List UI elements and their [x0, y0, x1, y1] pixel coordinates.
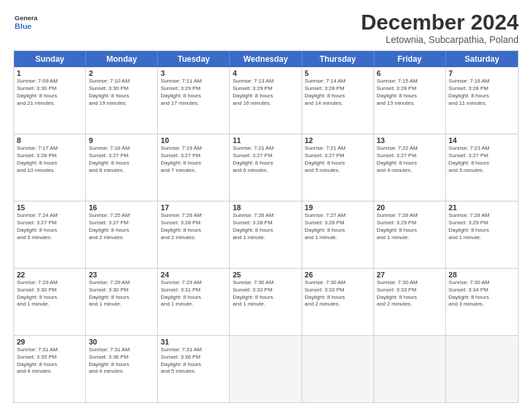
cell-info: Sunrise: 7:11 AM Sunset: 3:29 PM Dayligh… — [161, 78, 226, 107]
day-number: 21 — [449, 203, 515, 212]
header-thursday: Thursday — [302, 51, 374, 67]
cell-info: Sunrise: 7:30 AM Sunset: 3:33 PM Dayligh… — [377, 279, 443, 308]
header-saturday: Saturday — [446, 51, 518, 67]
calendar-cell: 22Sunrise: 7:29 AM Sunset: 3:30 PM Dayli… — [14, 269, 86, 335]
cell-info: Sunrise: 7:29 AM Sunset: 3:30 PM Dayligh… — [89, 279, 154, 308]
day-number: 28 — [449, 271, 515, 279]
cell-info: Sunrise: 7:19 AM Sunset: 3:27 PM Dayligh… — [161, 145, 226, 174]
calendar-cell: 19Sunrise: 7:27 AM Sunset: 3:28 PM Dayli… — [302, 201, 374, 268]
header-friday: Friday — [374, 51, 446, 67]
cell-info: Sunrise: 7:30 AM Sunset: 3:32 PM Dayligh… — [305, 279, 371, 308]
day-number: 12 — [305, 136, 371, 144]
svg-text:General: General — [15, 14, 38, 21]
day-number: 2 — [89, 69, 154, 77]
day-number: 31 — [161, 338, 226, 346]
calendar-cell: 1Sunrise: 7:09 AM Sunset: 3:30 PM Daylig… — [14, 67, 86, 134]
calendar-cell — [374, 336, 446, 402]
calendar-cell: 25Sunrise: 7:30 AM Sunset: 3:32 PM Dayli… — [230, 269, 302, 335]
day-number: 10 — [161, 136, 226, 144]
cell-info: Sunrise: 7:13 AM Sunset: 3:29 PM Dayligh… — [232, 78, 298, 107]
cell-info: Sunrise: 7:30 AM Sunset: 3:34 PM Dayligh… — [449, 279, 515, 308]
day-number: 22 — [17, 271, 83, 279]
day-number: 6 — [377, 69, 443, 77]
svg-text:Blue: Blue — [15, 21, 32, 30]
day-number: 15 — [17, 203, 83, 212]
header-tuesday: Tuesday — [158, 51, 230, 67]
calendar-cell: 24Sunrise: 7:29 AM Sunset: 3:31 PM Dayli… — [158, 269, 230, 335]
cell-info: Sunrise: 7:10 AM Sunset: 3:30 PM Dayligh… — [89, 78, 154, 107]
cell-info: Sunrise: 7:31 AM Sunset: 3:35 PM Dayligh… — [17, 347, 83, 375]
calendar-cell: 3Sunrise: 7:11 AM Sunset: 3:29 PM Daylig… — [158, 67, 230, 134]
calendar-cell: 15Sunrise: 7:24 AM Sunset: 3:27 PM Dayli… — [14, 201, 86, 268]
cell-info: Sunrise: 7:27 AM Sunset: 3:28 PM Dayligh… — [305, 212, 371, 241]
day-number: 18 — [232, 203, 298, 212]
cell-info: Sunrise: 7:26 AM Sunset: 3:28 PM Dayligh… — [161, 212, 226, 241]
calendar-cell: 28Sunrise: 7:30 AM Sunset: 3:34 PM Dayli… — [446, 269, 518, 335]
calendar-cell: 12Sunrise: 7:21 AM Sunset: 3:27 PM Dayli… — [302, 134, 374, 201]
calendar-header: Sunday Monday Tuesday Wednesday Thursday… — [14, 51, 518, 67]
cell-info: Sunrise: 7:14 AM Sunset: 3:28 PM Dayligh… — [305, 78, 371, 107]
calendar-cell: 26Sunrise: 7:30 AM Sunset: 3:32 PM Dayli… — [302, 269, 374, 335]
calendar: Sunday Monday Tuesday Wednesday Thursday… — [13, 50, 519, 403]
day-number: 25 — [232, 271, 298, 279]
calendar-cell: 29Sunrise: 7:31 AM Sunset: 3:35 PM Dayli… — [14, 336, 86, 402]
day-number: 3 — [161, 69, 226, 77]
calendar-cell: 4Sunrise: 7:13 AM Sunset: 3:29 PM Daylig… — [230, 67, 302, 134]
calendar-cell: 20Sunrise: 7:28 AM Sunset: 3:29 PM Dayli… — [374, 201, 446, 268]
calendar-cell: 30Sunrise: 7:31 AM Sunset: 3:36 PM Dayli… — [86, 336, 158, 402]
day-number: 16 — [89, 203, 154, 212]
logo: General Blue — [13, 11, 38, 35]
day-number: 14 — [449, 136, 515, 144]
cell-info: Sunrise: 7:17 AM Sunset: 3:28 PM Dayligh… — [17, 145, 83, 174]
calendar-cell: 5Sunrise: 7:14 AM Sunset: 3:28 PM Daylig… — [302, 67, 374, 134]
cell-info: Sunrise: 7:23 AM Sunset: 3:27 PM Dayligh… — [449, 145, 515, 174]
calendar-body: 1Sunrise: 7:09 AM Sunset: 3:30 PM Daylig… — [14, 67, 518, 402]
calendar-cell: 17Sunrise: 7:26 AM Sunset: 3:28 PM Dayli… — [158, 201, 230, 268]
cell-info: Sunrise: 7:28 AM Sunset: 3:29 PM Dayligh… — [377, 212, 443, 241]
header: General Blue December 2024 Letownia, Sub… — [13, 11, 519, 45]
day-number: 24 — [161, 271, 226, 279]
cell-info: Sunrise: 7:21 AM Sunset: 3:27 PM Dayligh… — [305, 145, 371, 174]
calendar-cell: 10Sunrise: 7:19 AM Sunset: 3:27 PM Dayli… — [158, 134, 230, 201]
calendar-cell: 8Sunrise: 7:17 AM Sunset: 3:28 PM Daylig… — [14, 134, 86, 201]
day-number: 7 — [449, 69, 515, 77]
day-number: 11 — [232, 136, 298, 144]
day-number: 13 — [377, 136, 443, 144]
day-number: 5 — [305, 69, 371, 77]
subtitle: Letownia, Subcarpathia, Poland — [361, 34, 519, 45]
day-number: 27 — [377, 271, 443, 279]
logo-icon: General Blue — [13, 11, 38, 35]
cell-info: Sunrise: 7:31 AM Sunset: 3:36 PM Dayligh… — [89, 347, 154, 375]
calendar-row-4: 22Sunrise: 7:29 AM Sunset: 3:30 PM Dayli… — [14, 268, 518, 335]
calendar-cell: 11Sunrise: 7:21 AM Sunset: 3:27 PM Dayli… — [230, 134, 302, 201]
calendar-cell — [446, 336, 518, 402]
day-number: 4 — [232, 69, 298, 77]
cell-info: Sunrise: 7:22 AM Sunset: 3:27 PM Dayligh… — [377, 145, 443, 174]
day-number: 9 — [89, 136, 154, 144]
day-number: 26 — [305, 271, 371, 279]
main-title: December 2024 — [361, 11, 519, 34]
cell-info: Sunrise: 7:16 AM Sunset: 3:28 PM Dayligh… — [449, 78, 515, 107]
calendar-cell: 21Sunrise: 7:28 AM Sunset: 3:29 PM Dayli… — [446, 201, 518, 268]
calendar-cell: 9Sunrise: 7:18 AM Sunset: 3:27 PM Daylig… — [86, 134, 158, 201]
page: General Blue December 2024 Letownia, Sub… — [0, 0, 532, 411]
calendar-cell: 2Sunrise: 7:10 AM Sunset: 3:30 PM Daylig… — [86, 67, 158, 134]
calendar-cell: 23Sunrise: 7:29 AM Sunset: 3:30 PM Dayli… — [86, 269, 158, 335]
header-sunday: Sunday — [14, 51, 86, 67]
day-number: 20 — [377, 203, 443, 212]
calendar-row-3: 15Sunrise: 7:24 AM Sunset: 3:27 PM Dayli… — [14, 201, 518, 268]
calendar-cell: 27Sunrise: 7:30 AM Sunset: 3:33 PM Dayli… — [374, 269, 446, 335]
calendar-cell: 18Sunrise: 7:26 AM Sunset: 3:28 PM Dayli… — [230, 201, 302, 268]
calendar-row-5: 29Sunrise: 7:31 AM Sunset: 3:35 PM Dayli… — [14, 335, 518, 402]
header-monday: Monday — [86, 51, 158, 67]
cell-info: Sunrise: 7:30 AM Sunset: 3:32 PM Dayligh… — [232, 279, 298, 308]
calendar-cell: 7Sunrise: 7:16 AM Sunset: 3:28 PM Daylig… — [446, 67, 518, 134]
day-number: 1 — [17, 69, 83, 77]
calendar-cell: 31Sunrise: 7:31 AM Sunset: 3:36 PM Dayli… — [158, 336, 230, 402]
header-wednesday: Wednesday — [230, 51, 302, 67]
day-number: 17 — [161, 203, 226, 212]
day-number: 8 — [17, 136, 83, 144]
calendar-row-2: 8Sunrise: 7:17 AM Sunset: 3:28 PM Daylig… — [14, 134, 518, 201]
cell-info: Sunrise: 7:29 AM Sunset: 3:30 PM Dayligh… — [17, 279, 83, 308]
cell-info: Sunrise: 7:24 AM Sunset: 3:27 PM Dayligh… — [17, 212, 83, 241]
